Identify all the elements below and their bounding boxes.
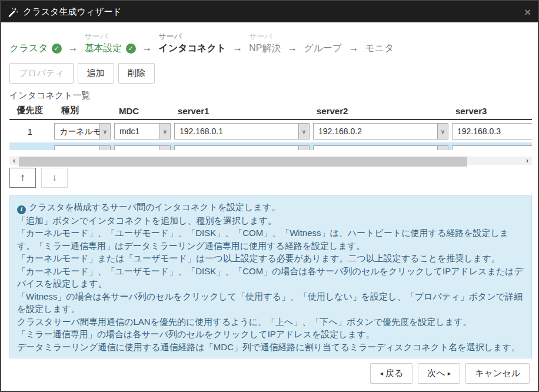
header-mdc: MDC <box>114 106 171 116</box>
magic-wand-icon <box>8 7 18 17</box>
cancel-button[interactable]: キャンセル <box>465 363 530 384</box>
up-arrow-icon: ↑ <box>20 172 25 184</box>
chevron-down-icon: ∨ <box>99 146 110 151</box>
footer: ◂ 戻る 次へ ▸ キャンセル <box>9 358 530 384</box>
table-row[interactable]: 2 カーネルモード ∨ 使用しない ∨ 10.0.0.1 ∨ 10.0.0.2 … <box>9 142 532 150</box>
info-line: 「Witness」の場合は各サーバ列のセルをクリックして「使用する」、「使用しな… <box>17 290 524 315</box>
next-button[interactable]: 次へ ▸ <box>418 363 460 384</box>
step-monitor[interactable]: モニタ <box>365 31 394 55</box>
type-select[interactable]: カーネルモード ∨ <box>54 145 111 151</box>
header-server1: server1 <box>174 106 310 116</box>
scrollbar-track[interactable] <box>19 157 523 165</box>
step-label: モニタ <box>365 42 394 55</box>
priority-value: 1 <box>9 127 51 137</box>
server1-select[interactable]: 10.0.0.1 ∨ <box>174 145 310 151</box>
dialog-body: クラスタ ✓ → サーバ 基本設定 ✓ → サーバ インタコネクト → <box>1 22 538 391</box>
header-server3: server3 <box>452 106 532 116</box>
arrow-right-icon: → <box>68 42 78 55</box>
step-sublabel: サーバ <box>249 31 281 42</box>
step-label: NP解決 <box>249 42 281 55</box>
header-type: 種別 <box>54 105 111 116</box>
header-server2: server2 <box>313 106 448 116</box>
step-basic-settings[interactable]: サーバ 基本設定 ✓ <box>85 31 136 55</box>
step-label: 基本設定 <box>85 42 122 55</box>
priority-controls: ↑ ↓ <box>9 168 530 188</box>
header-priority: 優先度 <box>9 105 51 116</box>
titlebar: クラスタ生成ウィザード × <box>1 1 538 22</box>
chevron-down-icon: ∨ <box>298 146 309 151</box>
server2-select[interactable]: 10.0.0.2 ∨ <box>313 145 448 151</box>
chevron-down-icon: ∨ <box>99 124 110 139</box>
step-label: グループ <box>304 42 342 55</box>
dialog-title: クラスタ生成ウィザード <box>23 6 122 18</box>
info-line: データミラーリング通信に使用する通信経路は「MDC」列で通信経路に割り当てるミラ… <box>17 341 524 354</box>
arrow-right-icon: → <box>232 42 242 55</box>
priority-value: 2 <box>9 148 51 150</box>
server1-select[interactable]: 192.168.0.1 ∨ <box>174 123 310 139</box>
scrollbar-thumb[interactable] <box>19 157 467 167</box>
step-cluster[interactable]: クラスタ ✓ <box>9 31 62 55</box>
mdc-select[interactable]: 使用しない ∨ <box>114 145 171 151</box>
interconnect-table: 優先度 種別 MDC server1 server2 server3 1 カーネ… <box>9 105 532 150</box>
server2-select[interactable]: 192.168.0.2 ∨ <box>313 123 448 139</box>
table-header-row: 優先度 種別 MDC server1 server2 server3 <box>9 105 532 120</box>
check-circle-icon: ✓ <box>52 44 62 54</box>
scroll-left-icon[interactable]: ‹ <box>9 157 19 165</box>
table-row[interactable]: 1 カーネルモード ∨ mdc1 ∨ 192.168.0.1 ∨ 192.168… <box>9 120 532 142</box>
next-triangle-icon: ▸ <box>448 370 451 377</box>
mdc-select[interactable]: mdc1 ∨ <box>114 123 171 139</box>
toolbar: プロパティ 追加 削除 <box>9 63 530 84</box>
property-button[interactable]: プロパティ <box>9 63 74 84</box>
info-line: クラスタを構成するサーバ間のインタコネクトを設定します。 <box>29 202 280 212</box>
remove-button[interactable]: 削除 <box>118 63 155 84</box>
wizard-breadcrumb: クラスタ ✓ → サーバ 基本設定 ✓ → サーバ インタコネクト → <box>9 31 530 55</box>
step-label: インタコネクト <box>159 42 227 55</box>
step-np-resolution[interactable]: サーバ NP解決 <box>249 31 281 55</box>
info-panel: iクラスタを構成するサーバ間のインタコネクトを設定します。 「追加」ボタンでイン… <box>9 195 532 358</box>
chevron-down-icon: ∨ <box>298 124 309 139</box>
chevron-down-icon: ∨ <box>437 146 448 151</box>
arrow-right-icon: → <box>142 42 152 55</box>
close-icon[interactable]: × <box>524 6 531 18</box>
info-line: 「カーネルモード」、「ユーザモード」、「DISK」、「COM」、「Witness… <box>17 227 524 252</box>
step-sublabel: サーバ <box>159 31 227 42</box>
back-triangle-icon: ◂ <box>380 370 383 377</box>
check-circle-icon: ✓ <box>126 44 136 54</box>
info-line: 「ミラー通信専用」の場合は各サーバ列のセルをクリックしてIPアドレスを設定します… <box>17 328 524 341</box>
horizontal-scrollbar[interactable]: ‹ › <box>9 157 532 165</box>
info-line: 「カーネルモード」または「ユーザモード」は一つ以上設定する必要があります。二つ以… <box>17 252 524 265</box>
info-line: 「カーネルモード」、「ユーザモード」、「DISK」、「COM」の場合は各サーバ列… <box>17 265 524 290</box>
info-icon: i <box>17 205 26 214</box>
info-line: クラスタサーバ間専用通信のLANを優先的に使用するように、「上へ」、「下へ」ボタ… <box>17 315 524 328</box>
back-button[interactable]: ◂ 戻る <box>370 363 412 384</box>
add-button[interactable]: 追加 <box>78 63 114 84</box>
type-select[interactable]: カーネルモード ∨ <box>54 123 111 139</box>
scroll-right-icon[interactable]: › <box>523 157 532 165</box>
info-line: 「追加」ボタンでインタコネクトを追加し、種別を選択します。 <box>17 214 524 227</box>
step-label: クラスタ <box>9 42 48 55</box>
step-sublabel: サーバ <box>85 31 136 42</box>
move-down-button[interactable]: ↓ <box>41 168 68 188</box>
chevron-down-icon: ∨ <box>159 146 170 151</box>
chevron-down-icon: ∨ <box>159 124 170 139</box>
arrow-right-icon: → <box>348 42 358 55</box>
arrow-right-icon: → <box>287 42 297 55</box>
step-interconnect[interactable]: サーバ インタコネクト <box>159 31 227 55</box>
step-group[interactable]: グループ <box>304 31 342 55</box>
interconnect-list-caption: インタコネクト一覧 <box>9 90 530 101</box>
down-arrow-icon: ↓ <box>52 172 57 184</box>
move-up-button[interactable]: ↑ <box>9 168 36 188</box>
chevron-down-icon: ∨ <box>437 124 448 139</box>
server3-select[interactable]: 10.0.0.3 ∨ <box>452 145 532 151</box>
server3-select[interactable]: 192.168.0.3 ∨ <box>452 123 532 139</box>
cluster-wizard-dialog: クラスタ生成ウィザード × クラスタ ✓ → サーバ 基本設定 ✓ → <box>0 0 539 392</box>
